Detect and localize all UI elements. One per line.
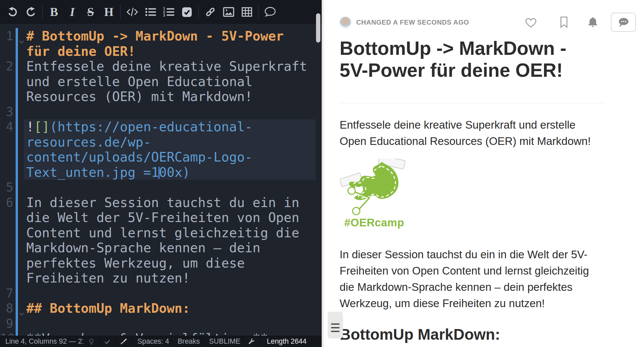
code-line[interactable]: 9 (0, 316, 322, 331)
statusbar-filler (311, 336, 322, 347)
code-line[interactable]: 10**Verwahren & Vervielfältigen** (0, 331, 322, 336)
comment-icon (264, 6, 276, 18)
oercamp-logo: #OERcamp (340, 159, 406, 229)
code-line[interactable]: Text_unten.jpg =100x) (0, 165, 322, 180)
code-line[interactable]: 6In dieser Session tauchst du ein in (0, 195, 322, 210)
section-heading: BottomUp MarkDown: (340, 325, 604, 347)
keymap-setting[interactable]: SUBLIME (204, 336, 244, 347)
hamburger-icon (331, 323, 340, 325)
ordered-list-icon: 123 (163, 7, 174, 17)
comments-button[interactable] (611, 13, 636, 32)
fold-chevron-icon[interactable] (18, 305, 25, 316)
rendered-document: BottomUp -> MarkDown -5V-Power für deine… (340, 37, 604, 347)
wrench-icon[interactable] (244, 336, 260, 347)
header-button[interactable]: H (100, 3, 118, 21)
link-icon (205, 6, 216, 18)
like-heart-icon[interactable] (525, 17, 537, 28)
line-number: 4 (0, 119, 13, 135)
theme-brush-icon[interactable] (116, 336, 132, 347)
italic-button[interactable]: I (63, 3, 81, 21)
code-line[interactable]: Resources (OER) mit Markdown! (0, 89, 322, 104)
task-list-button[interactable] (178, 3, 196, 21)
italic-icon: I (70, 6, 74, 18)
image-icon (223, 7, 234, 17)
bold-icon: B (50, 6, 58, 18)
code-icon (126, 7, 138, 17)
ordered-list-button[interactable]: 123 (160, 3, 178, 21)
last-changed-label: CHANGED A FEW SECONDS AGO (356, 19, 469, 26)
table-button[interactable] (238, 3, 256, 21)
toolbar-separator (258, 5, 259, 19)
breaks-setting[interactable]: Breaks (172, 336, 204, 347)
code-line[interactable]: 2Entfessele deine kreative Superkraft (0, 59, 322, 74)
bold-button[interactable]: B (45, 3, 63, 21)
notification-bell-icon[interactable] (587, 16, 599, 29)
intro-paragraph: Entfessele deine kreative Superkraft und… (340, 117, 604, 149)
author-avatar[interactable] (340, 17, 351, 28)
line-number: 7 (0, 286, 13, 301)
session-paragraph: In dieser Session tauchst du ein in die … (340, 246, 604, 311)
code-line[interactable]: Content und lernst gleichzeitig die (0, 225, 322, 241)
code-line[interactable]: 7 (0, 286, 322, 301)
bookmark-icon[interactable] (559, 16, 569, 28)
line-number: 10 (0, 331, 13, 336)
toolbar-separator (120, 5, 121, 19)
task-list-icon (181, 7, 192, 18)
redo-icon (25, 6, 37, 18)
app-window: BISH123 1# BottomUp -> MarkDown - 5V-Pow… (0, 0, 644, 347)
logo-caption: #OERcamp (340, 216, 406, 229)
strikethrough-icon: S (87, 6, 94, 18)
undo-button[interactable] (3, 3, 22, 21)
unordered-list-icon (145, 7, 156, 17)
comment-bubble-icon (617, 17, 630, 28)
code-line[interactable]: für deine OER! (0, 44, 322, 59)
spaces-setting[interactable]: Spaces: 4 (132, 336, 172, 347)
line-number: 6 (0, 195, 13, 210)
toolbar-separator (42, 5, 43, 19)
code-line[interactable]: die Welt der 5V-Freiheiten von Open (0, 210, 322, 225)
unordered-list-button[interactable] (141, 3, 160, 21)
document-title: BottomUp -> MarkDown -5V-Power für deine… (340, 37, 604, 103)
image-button[interactable] (219, 3, 238, 21)
code-line[interactable]: resources.de/wp- (0, 135, 322, 150)
document-length-status: Length 2644 (260, 336, 311, 347)
redo-button[interactable] (22, 3, 40, 21)
code-line[interactable]: und erstelle Open Educational (0, 74, 322, 89)
strikethrough-button[interactable]: S (81, 3, 100, 21)
code-line[interactable]: Markdown-Sprache kennen – dein (0, 240, 322, 256)
code-button[interactable] (123, 3, 141, 21)
line-number: 8 (0, 301, 13, 316)
editor-pane: BISH123 1# BottomUp -> MarkDown - 5V-Pow… (0, 0, 322, 347)
code-line[interactable]: 4![](https://open-educational- (0, 119, 322, 135)
line-number: 5 (0, 180, 13, 195)
code-editor[interactable]: 1# BottomUp -> MarkDown - 5V-Powerfür de… (0, 24, 322, 336)
table-icon (242, 7, 252, 17)
line-number: 2 (0, 59, 13, 74)
code-line[interactable]: 5 (0, 180, 322, 195)
editor-statusbar: Line 4, Columns 92 — 21 Spaces: 4 Breaks… (0, 336, 322, 347)
preview-header: CHANGED A FEW SECONDS AGO (340, 13, 636, 32)
preview-pane: CHANGED A FEW SECONDS AGO (322, 0, 644, 347)
undo-icon (7, 6, 18, 18)
editor-toolbar: BISH123 (0, 0, 322, 24)
toc-toggle-tab[interactable] (328, 312, 343, 338)
link-button[interactable] (201, 3, 219, 21)
svg-text:3: 3 (163, 14, 165, 17)
code-line[interactable]: Freiheiten zu nutzen! (0, 271, 322, 286)
code-line[interactable]: 1# BottomUp -> MarkDown - 5V-Power (0, 29, 322, 44)
code-line[interactable]: perfektes Werkzeug, um diese (0, 256, 322, 271)
code-line[interactable]: content/uploads/OERCamp-Logo- (0, 150, 322, 165)
header-icon: H (104, 6, 113, 18)
code-line[interactable]: 8## BottomUp MarkDown: (0, 301, 322, 316)
cursor-position-status: Line 4, Columns 92 — 21 (0, 336, 84, 347)
line-number: 1 (0, 29, 13, 44)
code-lines: 1# BottomUp -> MarkDown - 5V-Powerfür de… (0, 24, 322, 336)
editor-scrollbar-thumb[interactable] (316, 13, 320, 43)
fold-chevron-icon[interactable] (18, 33, 25, 44)
lightbulb-icon[interactable] (84, 336, 99, 347)
preview-actions (525, 13, 636, 32)
code-line[interactable]: 3 (0, 104, 322, 120)
line-number: 3 (0, 104, 13, 120)
check-status-icon[interactable] (99, 336, 116, 347)
comment-button[interactable] (261, 3, 279, 21)
